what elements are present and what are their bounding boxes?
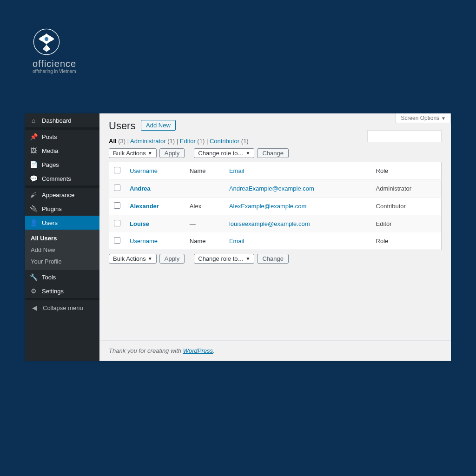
select-all-checkbox[interactable]	[114, 167, 120, 173]
brand: officience offsharing in Vietnam	[33, 28, 76, 74]
sidebar-item-label: Media	[42, 147, 58, 154]
settings-icon: ⚙	[29, 287, 38, 295]
col-role: Role	[371, 162, 442, 180]
users-table: Username Name Email Role Andrea — Andrea…	[109, 162, 442, 250]
chevron-down-icon: ▼	[441, 116, 446, 121]
user-name: —	[185, 180, 225, 198]
filter-all[interactable]: All	[109, 138, 117, 145]
screen-options-toggle[interactable]: Screen Options ▼	[396, 113, 451, 123]
user-link[interactable]: Alexander	[130, 203, 159, 210]
user-link[interactable]: Andrea	[130, 185, 151, 192]
chevron-down-icon: ▼	[148, 256, 152, 261]
page-title: Users	[109, 120, 135, 132]
select-all-checkbox[interactable]	[114, 237, 120, 244]
col-username[interactable]: Username	[125, 232, 185, 250]
dashboard-icon: ⌂	[29, 117, 38, 124]
collapse-menu[interactable]: ◀ Collapse menu	[25, 300, 99, 315]
user-link[interactable]: Louise	[130, 220, 149, 227]
top-tablenav: Bulk Actions▼ Apply Change role to…▼ Cha…	[109, 148, 442, 158]
filter-administrator[interactable]: Administrator	[130, 138, 166, 145]
appearance-icon: 🖌	[29, 191, 38, 198]
collapse-icon: ◀	[30, 304, 39, 311]
add-new-button[interactable]: Add New	[141, 120, 176, 131]
apply-button[interactable]: Apply	[159, 254, 185, 264]
sidebar-item-label: Appearance	[42, 192, 74, 198]
change-button[interactable]: Change	[257, 254, 289, 264]
chevron-down-icon: ▼	[148, 151, 152, 156]
row-checkbox[interactable]	[114, 202, 120, 209]
table-row: Andrea — AndreaExample@example.com Admin…	[109, 180, 442, 198]
sidebar-item-tools[interactable]: 🔧 Tools	[25, 270, 99, 284]
user-name: —	[185, 215, 225, 233]
filter-editor[interactable]: Editor	[180, 138, 196, 145]
col-role: Role	[371, 232, 442, 250]
change-role-select[interactable]: Change role to…▼	[194, 148, 254, 158]
sidebar-item-label: Users	[42, 219, 58, 226]
col-email[interactable]: Email	[225, 232, 371, 250]
apply-button[interactable]: Apply	[159, 148, 185, 158]
col-username[interactable]: Username	[125, 162, 185, 180]
user-role: Editor	[371, 215, 442, 233]
sidebar-item-label: Settings	[42, 288, 64, 295]
sidebar-item-comments[interactable]: 💬 Comments	[25, 172, 99, 185]
user-role: Administrator	[371, 180, 442, 198]
sidebar-item-media[interactable]: 🖼 Media	[25, 144, 99, 158]
svg-point-1	[45, 37, 48, 41]
user-role: Contributor	[371, 198, 442, 215]
sidebar-item-appearance[interactable]: 🖌 Appearance	[25, 188, 99, 202]
submenu-your-profile[interactable]: Your Profile	[25, 256, 99, 267]
table-footer-row: Username Name Email Role	[109, 232, 442, 250]
sidebar-item-label: Comments	[42, 175, 71, 182]
pages-icon: 📄	[29, 161, 38, 168]
sidebar-item-settings[interactable]: ⚙ Settings	[25, 284, 99, 298]
submenu-add-new[interactable]: Add New	[25, 244, 99, 256]
sidebar-item-pages[interactable]: 📄 Pages	[25, 158, 99, 172]
brand-tagline: offsharing in Vietnam	[33, 69, 76, 74]
bulk-actions-select[interactable]: Bulk Actions▼	[109, 148, 157, 158]
submenu-all-users[interactable]: All Users	[25, 232, 99, 244]
col-email[interactable]: Email	[225, 162, 371, 180]
chevron-down-icon: ▼	[246, 256, 251, 261]
sidebar-item-users[interactable]: 👤 Users	[25, 216, 99, 230]
sidebar-item-plugins[interactable]: 🔌 Plugins	[25, 202, 99, 216]
wordpress-link[interactable]: WordPress	[183, 347, 213, 354]
pin-icon: 📌	[29, 133, 38, 140]
admin-footer: Thank you for creating with WordPress.	[99, 340, 451, 361]
table-header-row: Username Name Email Role	[109, 162, 442, 180]
users-icon: 👤	[29, 219, 38, 226]
change-button[interactable]: Change	[257, 148, 289, 158]
sidebar-item-label: Tools	[42, 274, 56, 281]
user-email[interactable]: AndreaExample@example.com	[229, 185, 314, 192]
plugins-icon: 🔌	[29, 205, 38, 212]
sidebar-item-label: Dashboard	[42, 117, 72, 124]
admin-sidebar: ⌂ Dashboard 📌 Posts 🖼 Media 📄 Pages 💬 Co…	[25, 113, 99, 361]
user-email[interactable]: louiseexample@example.com	[229, 220, 310, 227]
search-input[interactable]	[367, 130, 442, 142]
collapse-label: Collapse menu	[43, 304, 83, 311]
sidebar-item-posts[interactable]: 📌 Posts	[25, 130, 99, 144]
table-row: Alexander Alex AlexExample@example.com C…	[109, 198, 442, 215]
media-icon: 🖼	[29, 147, 38, 154]
bulk-actions-select[interactable]: Bulk Actions▼	[109, 254, 157, 264]
col-name: Name	[185, 232, 225, 250]
row-checkbox[interactable]	[114, 220, 120, 226]
main-panel: Screen Options ▼ Users Add New All (3) |…	[99, 113, 451, 361]
sidebar-item-label: Plugins	[42, 205, 62, 212]
chevron-down-icon: ▼	[246, 151, 251, 156]
admin-app: ⌂ Dashboard 📌 Posts 🖼 Media 📄 Pages 💬 Co…	[25, 113, 451, 361]
change-role-select[interactable]: Change role to…▼	[194, 254, 254, 264]
table-row: Louise — louiseexample@example.com Edito…	[109, 215, 442, 233]
comments-icon: 💬	[29, 175, 38, 182]
brand-name: officience	[33, 59, 76, 69]
filter-contributor[interactable]: Contributor	[210, 138, 239, 145]
sidebar-item-label: Posts	[42, 133, 57, 140]
col-name: Name	[185, 162, 225, 180]
user-email[interactable]: AlexExample@example.com	[229, 203, 306, 210]
screen-options-label: Screen Options	[401, 115, 439, 121]
sidebar-item-dashboard[interactable]: ⌂ Dashboard	[25, 113, 99, 127]
user-name: Alex	[185, 198, 225, 215]
sidebar-submenu-users: All Users Add New Your Profile	[25, 230, 99, 270]
officience-logo-icon	[33, 28, 60, 56]
bottom-tablenav: Bulk Actions▼ Apply Change role to…▼ Cha…	[109, 254, 442, 264]
row-checkbox[interactable]	[114, 185, 120, 191]
